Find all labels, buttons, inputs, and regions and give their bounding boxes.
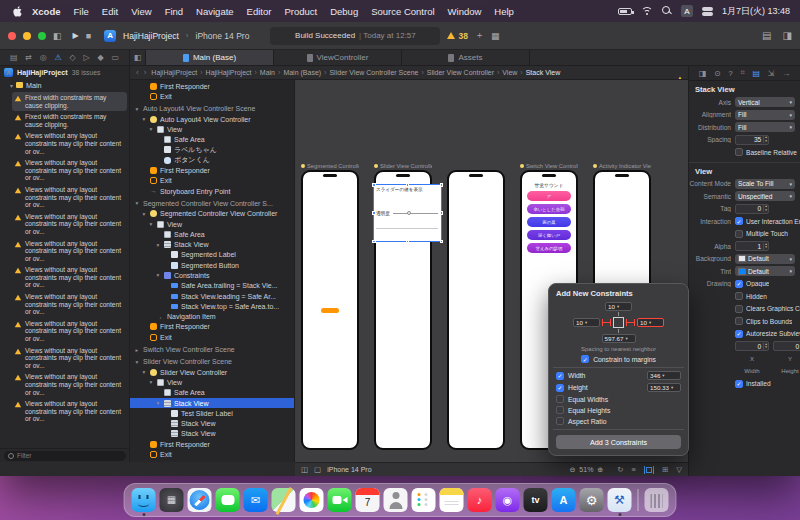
apple-menu-icon[interactable]: [10, 6, 24, 17]
resize-handle[interactable]: [406, 240, 410, 244]
left-ibeam-icon[interactable]: [602, 319, 611, 326]
menu-item-find[interactable]: Find: [165, 6, 183, 17]
close-window-button[interactable]: [8, 32, 16, 40]
add-constraints-icon[interactable]: [644, 466, 654, 474]
right-ibeam-icon[interactable]: [626, 319, 635, 326]
scene-title[interactable]: [447, 162, 505, 170]
tab-assets[interactable]: Assets: [402, 50, 530, 65]
issue-row[interactable]: Views without any layout constraints may…: [12, 184, 127, 211]
issue-row[interactable]: Views without any layout constraints may…: [12, 345, 127, 372]
menu-item-navigate[interactable]: Navigate: [196, 6, 234, 17]
canvas-button[interactable]: ア: [527, 191, 571, 201]
outline-row[interactable]: Safe Area.trailing = Stack Vie...: [130, 281, 294, 291]
menu-item-debug[interactable]: Debug: [330, 6, 358, 17]
add-button[interactable]: ＋: [475, 29, 484, 42]
source-control-navigator-icon[interactable]: ⇄: [25, 53, 32, 62]
disclosure-triangle[interactable]: ▾: [141, 369, 147, 375]
menu-item-help[interactable]: Help: [494, 6, 514, 17]
outline-row[interactable]: ▾Segmented Controller View Controller: [130, 209, 294, 219]
menu-item-view[interactable]: View: [131, 6, 151, 17]
disclosure-triangle[interactable]: ▾: [148, 126, 154, 132]
disclosure-triangle[interactable]: ▾: [155, 400, 161, 406]
height-checkbox[interactable]: ✓: [556, 384, 564, 392]
slider-knob[interactable]: [407, 211, 411, 215]
filter-input[interactable]: Filter: [4, 451, 126, 461]
outline-row[interactable]: Stack View: [130, 419, 294, 429]
scene-header-label[interactable]: 甘党サウンド: [522, 182, 576, 188]
menu-item-product[interactable]: Product: [284, 6, 317, 17]
dock-contacts-icon[interactable]: [384, 488, 408, 512]
alpha-stepper[interactable]: 1▴▾: [735, 241, 769, 251]
outline-row[interactable]: ▾Auto Layout4 View Controller: [130, 114, 294, 124]
back-icon[interactable]: ‹: [136, 68, 139, 77]
jump-bar-segment[interactable]: Main: [260, 69, 275, 76]
device-name[interactable]: iPhone 14 Pro: [327, 466, 371, 473]
disclosure-triangle[interactable]: ▾: [10, 82, 13, 89]
issue-row[interactable]: Views without any layout constraints may…: [12, 291, 127, 318]
outline-row[interactable]: ‹Navigation Item: [130, 312, 294, 322]
checkbox-clears-graphics-context[interactable]: Clears Graphics Context: [735, 305, 800, 313]
add-constraints-button[interactable]: Add 3 Constraints: [556, 435, 681, 449]
checkbox-baseline-relative[interactable]: Baseline Relative: [735, 148, 797, 156]
minimize-window-button[interactable]: [23, 32, 31, 40]
zoom-out-icon[interactable]: ⊖: [569, 466, 575, 474]
equal-widths-checkbox[interactable]: [556, 395, 564, 403]
iphone-canvas[interactable]: [447, 170, 505, 450]
outline-row[interactable]: Segmented Button: [130, 260, 294, 270]
background-popup[interactable]: Default▾: [735, 254, 795, 264]
issue-row[interactable]: Fixed width constraints may cause clippi…: [12, 111, 127, 130]
input-source-icon[interactable]: A: [681, 5, 693, 17]
disclosure-triangle[interactable]: ▾: [141, 211, 147, 217]
file-inspector-icon[interactable]: ◨: [699, 69, 707, 78]
left-spacing-field[interactable]: 10▾: [573, 318, 600, 327]
outline-row[interactable]: Exit: [130, 449, 294, 459]
selected-stack-view[interactable]: スライダーの値を表示 透明度: [373, 184, 442, 242]
aspect-ratio-checkbox[interactable]: [556, 417, 564, 425]
menu-item-file[interactable]: File: [74, 6, 89, 17]
disclosure-triangle[interactable]: ▾: [155, 242, 161, 248]
checkbox-opaque[interactable]: ✓Opaque: [735, 280, 769, 288]
disclosure-triangle[interactable]: ▾: [148, 379, 154, 385]
issue-row[interactable]: Views without any layout constraints may…: [12, 157, 127, 184]
menu-item-source-control[interactable]: Source Control: [371, 6, 434, 17]
x-stepper[interactable]: 0▴▾: [735, 341, 769, 351]
dock-trash-icon[interactable]: [645, 488, 669, 512]
issue-group-main[interactable]: ▾ Main: [0, 79, 129, 91]
outline-row[interactable]: Segmented Label: [130, 250, 294, 260]
resolve-auto-layout-icon[interactable]: ▽: [676, 465, 682, 474]
issue-row[interactable]: Fixed width constraints may cause clippi…: [12, 92, 127, 111]
slider-row-label[interactable]: 透明度: [376, 211, 390, 216]
checkbox-multiple-touch[interactable]: Multiple Touch: [735, 230, 788, 238]
activity-view[interactable]: Build Succeeded Today at 12:57: [270, 27, 440, 45]
jump-bar-segment[interactable]: HajiHajiProject: [206, 69, 252, 76]
dock-facetime-icon[interactable]: [328, 488, 352, 512]
slider-title-label[interactable]: スライダーの値を表示: [376, 187, 423, 192]
menu-item-editor[interactable]: Editor: [247, 6, 272, 17]
jump-bar-segment[interactable]: View: [502, 69, 517, 76]
outline-row[interactable]: Test Slider Label: [130, 408, 294, 418]
issue-row[interactable]: Views without any layout constraints may…: [12, 211, 127, 238]
resize-handle[interactable]: [406, 183, 410, 187]
dock-music-icon[interactable]: ♪: [468, 488, 492, 512]
dock-safari-icon[interactable]: [188, 488, 212, 512]
outline-row[interactable]: First Responder: [130, 439, 294, 449]
project-issues-header[interactable]: A HajiHajiProject 38 issues: [0, 66, 129, 79]
connections-inspector-icon[interactable]: →: [782, 69, 790, 78]
align-icon[interactable]: ≡: [632, 465, 636, 474]
issue-row[interactable]: Views without any layout constraints may…: [12, 398, 127, 425]
width-checkbox[interactable]: ✓: [556, 372, 564, 380]
disclosure-triangle[interactable]: ▾: [155, 272, 161, 278]
menu-item-xcode[interactable]: Xcode: [32, 6, 61, 17]
menu-item-window[interactable]: Window: [448, 6, 482, 17]
resize-handle[interactable]: [440, 240, 444, 244]
segmented-control[interactable]: [321, 308, 339, 313]
device-bezel-toggle-icon[interactable]: ◫: [301, 465, 308, 474]
iphone-canvas[interactable]: [301, 170, 359, 450]
spacing-stepper[interactable]: 35▴▾: [735, 135, 769, 145]
run-destination-selector[interactable]: iPhone 14 Pro: [196, 31, 250, 41]
disclosure-triangle[interactable]: ▾: [134, 359, 140, 365]
outline-row[interactable]: ▾View: [130, 219, 294, 229]
scene-title[interactable]: Switch View Controller: [520, 162, 578, 170]
outline-row[interactable]: Stack View.leading = Safe Ar...: [130, 291, 294, 301]
issue-navigator-icon[interactable]: ⚠: [55, 53, 62, 62]
